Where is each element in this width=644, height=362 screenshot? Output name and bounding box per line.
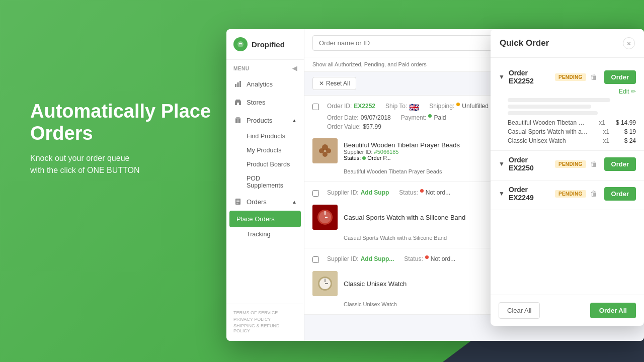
product-image-2: [312, 205, 338, 230]
order-expand-btn-2[interactable]: ▼: [499, 160, 505, 167]
sidebar-item-label-place-orders: Place Orders: [236, 215, 275, 223]
sidebar-item-my-products[interactable]: My Products: [226, 143, 304, 157]
orders-icon: [233, 197, 243, 206]
product-image-1: [312, 138, 338, 163]
modal-order-item-1: ▼ Order EX2252 PENDING 🗑 Order Edit ✏ Be…: [491, 64, 644, 151]
pending-badge-3: PENDING: [555, 190, 586, 198]
quick-order-modal: Quick Order × ▼ Order EX2252 PENDING 🗑 O…: [491, 29, 644, 326]
delete-btn-3[interactable]: 🗑: [590, 190, 597, 198]
hero-section: Automatically Place Orders Knock out you…: [30, 101, 242, 176]
pending-badge-2: PENDING: [555, 160, 586, 168]
product-line-3: Classic Unisex Watch x1 $ 24: [499, 136, 636, 145]
svg-rect-1: [235, 84, 236, 87]
reset-all-button[interactable]: ✕ Reset All: [312, 77, 356, 90]
order-item-id-3: Order EX2249: [509, 186, 551, 202]
sidebar-item-label-orders: Orders: [247, 198, 267, 206]
delete-btn-2[interactable]: 🗑: [590, 160, 597, 168]
product-image-3: [312, 271, 338, 296]
sidebar-item-find-products[interactable]: Find Products: [226, 129, 304, 143]
clear-all-button[interactable]: Clear All: [499, 302, 540, 319]
store-icon: [233, 98, 243, 107]
sidebar-item-stores[interactable]: Stores: [226, 93, 304, 111]
order-checkbox-2[interactable]: [312, 190, 319, 197]
order-button-3[interactable]: Order: [604, 187, 636, 201]
pending-badge-1: PENDING: [555, 73, 586, 81]
order-id-1: Order ID: EX2252: [327, 103, 375, 112]
supplier-link-1[interactable]: #5066185: [374, 149, 399, 155]
order-checkbox-3[interactable]: [312, 256, 319, 263]
sidebar-item-analytics[interactable]: Analytics: [226, 75, 304, 93]
svg-rect-12: [312, 138, 338, 163]
edit-link-1[interactable]: Edit ✏: [619, 88, 636, 95]
products-chevron: ▲: [292, 118, 297, 123]
loading-skeleton: [508, 98, 636, 115]
sidebar-logo: Dropified: [226, 29, 304, 60]
order-item-id-1: Order EX2252: [509, 69, 551, 85]
modal-footer: Clear All Order All: [491, 295, 644, 326]
reset-icon: ✕: [319, 80, 324, 87]
sidebar-item-tracking[interactable]: Tracking: [226, 227, 304, 241]
order-item-id-2: Order EX2250: [509, 156, 551, 172]
logo-icon: [233, 37, 248, 51]
sidebar-footer: TERMS OF SERVICE PRIVACY POLICY SHIPPING…: [226, 304, 304, 341]
reset-label: Reset All: [326, 80, 350, 87]
terms-link[interactable]: TERMS OF SERVICE: [233, 310, 297, 315]
sidebar-item-label-stores: Stores: [247, 99, 266, 106]
sidebar-item-products[interactable]: Products ▲: [226, 111, 304, 129]
modal-order-header-2: ▼ Order EX2250 PENDING 🗑 Order: [499, 156, 636, 172]
shipping-dot-1: [456, 103, 460, 106]
menu-label: MENU: [233, 66, 249, 71]
svg-rect-5: [237, 103, 239, 105]
sidebar-item-place-orders[interactable]: Place Orders: [229, 211, 301, 227]
shipping-link[interactable]: SHIPPING & REFUND POLICY: [233, 323, 297, 333]
menu-collapse-btn[interactable]: ◀: [292, 65, 297, 72]
sidebar: Dropified MENU ◀ Analytics: [226, 29, 304, 341]
flag-icon-1: 🇬🇧: [409, 103, 419, 112]
svg-rect-3: [239, 81, 241, 87]
order-expand-btn-3[interactable]: ▼: [499, 190, 505, 197]
svg-rect-2: [237, 82, 239, 87]
sidebar-item-pod-supplements[interactable]: POD Supplements: [226, 171, 304, 193]
menu-header: MENU ◀: [226, 60, 304, 75]
sidebar-item-label-products: Products: [247, 117, 272, 124]
payment-dot-1: [428, 114, 432, 118]
order-all-button[interactable]: Order All: [590, 303, 636, 318]
chart-icon: [233, 79, 243, 88]
product-line-1: Beautiful Wooden Tibetan Pray... x1 $ 14…: [499, 118, 636, 127]
hero-subtitle: Knock out your order queuewith the click…: [30, 152, 242, 176]
modal-title: Quick Order: [500, 38, 549, 48]
modal-order-item-2: ▼ Order EX2250 PENDING 🗑 Order: [491, 151, 644, 180]
modal-header: Quick Order ×: [491, 29, 644, 58]
hero-title: Automatically Place Orders: [30, 101, 242, 144]
delete-btn-1[interactable]: 🗑: [590, 73, 597, 81]
topbar-note: Show all Authorized, Pending, and Paid o…: [312, 61, 427, 67]
order-ship-to-1: Ship To: 🇬🇧: [385, 103, 419, 112]
modal-order-header-3: ▼ Order EX2249 PENDING 🗑 Order: [499, 186, 636, 202]
order-expand-btn-1[interactable]: ▼: [499, 73, 505, 80]
modal-order-header-1: ▼ Order EX2252 PENDING 🗑 Order: [499, 69, 636, 85]
box-icon: [233, 116, 243, 125]
orders-chevron: ▲: [292, 199, 297, 205]
privacy-link[interactable]: PRIVACY POLICY: [233, 317, 297, 322]
order-button-1[interactable]: Order: [604, 70, 636, 84]
sidebar-item-orders[interactable]: Orders ▲: [226, 193, 304, 211]
order-checkbox-1[interactable]: [312, 104, 319, 110]
modal-body: ▼ Order EX2252 PENDING 🗑 Order Edit ✏ Be…: [491, 58, 644, 295]
modal-close-button[interactable]: ×: [623, 37, 635, 49]
sidebar-item-label-analytics: Analytics: [247, 80, 273, 88]
product-line-2: Casual Sports Watch with a Sili... x1 $ …: [499, 127, 636, 136]
svg-point-0: [237, 41, 244, 47]
sidebar-item-product-boards[interactable]: Product Boards: [226, 157, 304, 171]
svg-point-16: [323, 152, 328, 157]
modal-order-item-3: ▼ Order EX2249 PENDING 🗑 Order: [491, 180, 644, 210]
logo-text: Dropified: [252, 40, 285, 49]
order-button-2[interactable]: Order: [604, 157, 636, 171]
order-shipping-1: Shipping: Unfulfilled: [429, 103, 489, 112]
